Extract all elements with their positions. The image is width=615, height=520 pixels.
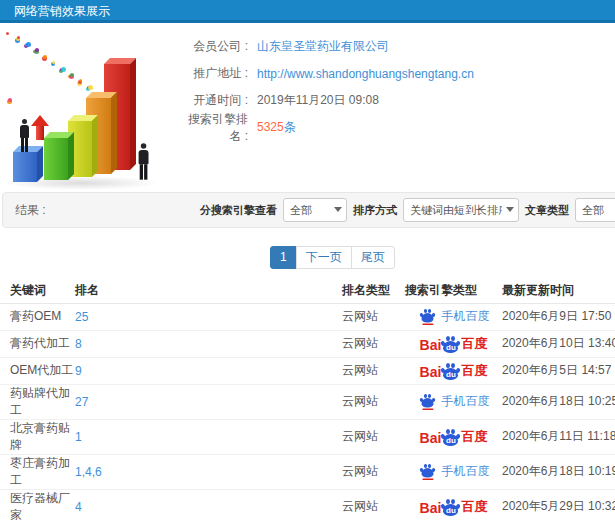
mobile-baidu-icon: 手机百度 [418,392,490,412]
col-rank: 排名 [75,278,342,303]
window-header: 网络营销效果展示 [0,0,615,23]
updated-cell: 2020年6月18日 10:25 [502,384,615,419]
up-arrow-icon [31,115,49,140]
keyword-cell: 药贴牌代加工 [0,384,75,419]
pagination: 1 下一页 尾页 [270,246,395,269]
results-table: 关键词 排名 排名类型 搜索引擎类型 最新更新时间 膏药OEM25云网站 手机百… [0,278,615,520]
bar-blue [13,152,37,182]
baidu-logo-icon: Bai du百度 [420,498,488,516]
rank-link[interactable]: 25 [75,310,88,324]
baidu-logo-icon: Bai du百度 [420,428,488,446]
opened-time-value: 2019年11月20日 09:08 [257,92,379,109]
engine-type-cell: Bai du百度 [405,357,502,384]
table-header-row: 关键词 排名 排名类型 搜索引擎类型 最新更新时间 [0,278,615,303]
table-body: 膏药OEM25云网站 手机百度2020年6月9日 17:50膏药代加工8云网站 … [0,303,615,520]
company-label: 会员公司 : [178,38,248,55]
info-row-company: 会员公司 : 山东皇圣堂药业有限公司 [178,33,615,60]
opened-time-label: 开通时间 : [178,92,248,109]
article-type-select[interactable]: 全部 [575,198,615,222]
rank-link[interactable]: 1,4,6 [75,465,102,479]
table-row: 医疗器械厂家4云网站 Bai du百度2020年5月29日 10:32 [0,489,615,520]
table-row: 膏药OEM25云网站 手机百度2020年6月9日 17:50 [0,303,615,330]
sort-filter-select[interactable]: 关键词由短到长排序 [403,198,519,222]
updated-cell: 2020年6月9日 17:50 [502,303,615,330]
rank-link[interactable]: 9 [75,364,82,378]
table-row: 枣庄膏药加工1,4,6云网站 手机百度2020年6月18日 10:19 [0,454,615,489]
info-row-rank: 搜索引擎排名 : 5325条 [178,114,615,141]
businessman-figure [135,143,150,179]
engine-rank-label: 搜索引擎排名 : [178,111,248,145]
engine-type-cell: Bai du百度 [405,419,502,454]
rank-type-cell: 云网站 [342,357,405,384]
filter-bar: 结果 : 分搜索引擎查看 全部 排序方式 关键词由短到长排序 文章类型 全部 提… [2,192,615,228]
businessman-figure [17,119,31,152]
table-row: 药贴牌代加工27云网站 手机百度2020年6月18日 10:25 [0,384,615,419]
page-1-button[interactable]: 1 [270,246,297,269]
baidu-logo-icon: Bai du百度 [420,362,488,380]
keyword-cell: 北京膏药贴牌 [0,419,75,454]
table-row: 北京膏药贴牌1云网站 Bai du百度2020年6月11日 11:18 [0,419,615,454]
rank-link[interactable]: 1 [75,430,82,444]
engine-type-cell: Bai du百度 [405,330,502,357]
keyword-cell: 医疗器械厂家 [0,489,75,520]
rank-type-cell: 云网站 [342,303,405,330]
promotion-url-link[interactable]: http://www.shandonghuangshengtang.cn [257,67,474,81]
baidu-logo-icon: Bai du百度 [420,335,488,353]
engine-filter-label: 分搜索引擎查看 [200,203,277,218]
next-page-button[interactable]: 下一页 [296,246,352,269]
result-label: 结果 : [15,193,46,227]
rank-type-cell: 云网站 [342,489,405,520]
rank-link[interactable]: 4 [75,500,82,514]
updated-cell: 2020年6月10日 13:40 [502,330,615,357]
table-row: 膏药代加工8云网站 Bai du百度2020年6月10日 13:40 [0,330,615,357]
bar-chart-graphic [0,26,175,190]
engine-type-cell: Bai du百度 [405,489,502,520]
keyword-cell: 枣庄膏药加工 [0,454,75,489]
rank-type-cell: 云网站 [342,454,405,489]
engine-type-cell: 手机百度 [405,303,502,330]
keyword-cell: OEM代加工 [0,357,75,384]
keyword-cell: 膏药代加工 [0,330,75,357]
mobile-baidu-icon: 手机百度 [418,307,490,327]
sort-filter-label: 排序方式 [353,203,397,218]
bar-green [44,138,68,180]
baidu-paw-icon [419,464,434,478]
rank-type-cell: 云网站 [342,384,405,419]
keyword-cell: 膏药OEM [0,303,75,330]
rank-unit[interactable]: 条 [284,120,296,134]
engine-type-cell: 手机百度 [405,454,502,489]
baidu-paw-icon: du [441,336,460,353]
baidu-paw-icon [419,394,434,408]
col-rank-type: 排名类型 [342,278,405,303]
baidu-paw-icon: du [441,363,460,380]
engine-type-cell: 手机百度 [405,384,502,419]
info-row-url: 推广地址 : http://www.shandonghuangshengtang… [178,60,615,87]
member-info-panel: 会员公司 : 山东皇圣堂药业有限公司 推广地址 : http://www.sha… [178,33,615,141]
promotion-url-label: 推广地址 : [178,65,248,82]
page-title: 网络营销效果展示 [14,4,110,18]
mobile-baidu-icon: 手机百度 [418,462,490,482]
article-type-label: 文章类型 [525,203,569,218]
col-updated: 最新更新时间 [502,278,615,303]
rank-type-cell: 云网站 [342,419,405,454]
filter-group: 分搜索引擎查看 全部 排序方式 关键词由短到长排序 文章类型 全部 提交 [200,193,615,227]
engine-filter-select[interactable]: 全部 [283,198,347,222]
baidu-paw-icon [419,309,434,323]
baidu-paw-icon: du [441,429,460,446]
rank-link[interactable]: 8 [75,337,82,351]
updated-cell: 2020年5月29日 10:32 [502,489,615,520]
rank-count: 5325 [257,120,284,134]
updated-cell: 2020年6月5日 14:57 [502,357,615,384]
rank-type-cell: 云网站 [342,330,405,357]
col-keyword: 关键词 [0,278,75,303]
table-row: OEM代加工9云网站 Bai du百度2020年6月5日 14:57 [0,357,615,384]
last-page-button[interactable]: 尾页 [351,246,395,269]
rank-link[interactable]: 27 [75,395,88,409]
updated-cell: 2020年6月11日 11:18 [502,419,615,454]
company-link[interactable]: 山东皇圣堂药业有限公司 [257,38,389,55]
updated-cell: 2020年6月18日 10:19 [502,454,615,489]
baidu-paw-icon: du [441,499,460,516]
col-engine-type: 搜索引擎类型 [405,278,502,303]
